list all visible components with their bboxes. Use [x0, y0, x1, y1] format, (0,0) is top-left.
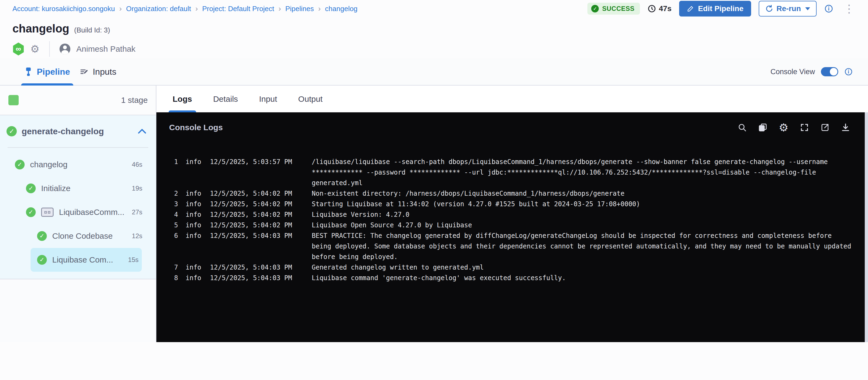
pipeline-icon: [24, 67, 32, 76]
log-message: Generated changelog written to generated…: [312, 262, 852, 273]
log-timestamp: 12/5/2025, 5:04:03 PM: [210, 231, 304, 262]
log-line-number: 6: [169, 231, 178, 262]
console-view-label: Console View: [770, 68, 815, 76]
ci-module-icon: ∞: [12, 42, 24, 56]
log-level: info: [186, 199, 203, 209]
search-icon[interactable]: [738, 123, 747, 132]
log-level: info: [186, 209, 203, 220]
main-tab-bar: Pipeline Inputs Console View: [0, 58, 868, 86]
more-options-kebab-icon[interactable]: ⋮: [841, 4, 857, 13]
stage-status-square: [8, 95, 19, 105]
stage-row-generate-changelog[interactable]: ✓ generate-changelog: [0, 115, 156, 147]
clock-icon: [648, 4, 656, 13]
stage-count-label: 1 stage: [121, 95, 148, 105]
tab-logs[interactable]: Logs: [168, 86, 196, 112]
console-header: Console Logs: [156, 112, 868, 143]
step-duration: 27s: [132, 208, 142, 216]
inputs-icon: [80, 67, 89, 76]
log-message: Starting Liquibase at 11:34:02 (version …: [312, 199, 852, 209]
log-message: BEST PRACTICE: The changelog generated b…: [312, 231, 852, 262]
fullscreen-icon[interactable]: [800, 123, 809, 132]
meta-row: ∞ ⚙ Animesh Pathak: [0, 35, 868, 56]
tab-details[interactable]: Details: [209, 86, 242, 112]
step-row-liquibase-command-group[interactable]: ✓ LiquibaseComm... 27s: [0, 200, 156, 224]
breadcrumb-pipeline-name[interactable]: changelog: [325, 5, 358, 13]
pencil-icon: [687, 5, 694, 12]
edit-pipeline-button[interactable]: Edit Pipeline: [679, 1, 751, 17]
execution-duration: 47s: [648, 4, 672, 13]
log-level: info: [186, 231, 203, 262]
scrollbar[interactable]: [865, 112, 868, 342]
console-view-info-icon[interactable]: [844, 67, 853, 76]
status-badge: ✓ SUCCESS: [587, 3, 640, 14]
step-label: LiquibaseComm...: [59, 208, 126, 217]
tab-output[interactable]: Output: [294, 86, 327, 112]
success-check-icon: ✓: [37, 231, 47, 241]
log-timestamp: 12/5/2025, 5:04:02 PM: [210, 209, 304, 220]
chevron-up-icon[interactable]: [138, 128, 146, 134]
success-check-icon: ✓: [6, 126, 17, 137]
log-message: Liquibase Version: 4.27.0: [312, 209, 852, 220]
refresh-icon: [765, 5, 773, 13]
log-timestamp: 12/5/2025, 5:03:57 PM: [210, 157, 304, 188]
log-timestamp: 12/5/2025, 5:04:03 PM: [210, 262, 304, 273]
open-in-new-icon[interactable]: [820, 123, 830, 132]
console: Console Logs: [156, 112, 868, 342]
top-bar: Account: kurosakiichigo.songoku › Organi…: [0, 0, 868, 17]
console-title: Console Logs: [169, 123, 738, 132]
log-message: Liquibase command 'generate-changelog' w…: [312, 273, 852, 283]
log-line-number: 7: [169, 262, 178, 273]
log-line: 3 info 12/5/2025, 5:04:02 PM Starting Li…: [169, 199, 852, 209]
log-line-number: 5: [169, 220, 178, 231]
console-view-toggle[interactable]: [821, 67, 838, 76]
step-duration: 19s: [132, 184, 142, 192]
duration-label: 47s: [659, 4, 672, 13]
step-duration: 46s: [132, 161, 142, 168]
stage-header: 1 stage: [0, 86, 156, 115]
log-timestamp: 12/5/2025, 5:04:02 PM: [210, 199, 304, 209]
breadcrumb-project[interactable]: Project: Default Project: [202, 5, 274, 13]
step-row-initialize[interactable]: ✓ Initialize 19s: [0, 176, 156, 200]
title-row: changelog (Build Id: 3): [0, 17, 868, 35]
divider: [49, 41, 50, 57]
breadcrumb-organization[interactable]: Organization: default: [126, 5, 191, 13]
tab-inputs[interactable]: Inputs: [75, 58, 121, 85]
log-line-number: 8: [169, 273, 178, 283]
chevron-right-icon: ›: [278, 5, 281, 12]
gear-icon[interactable]: ⚙: [30, 43, 39, 55]
log-line: 4 info 12/5/2025, 5:04:02 PM Liquibase V…: [169, 209, 852, 220]
log-message: Non-existent directory: /harness/dbops/L…: [312, 188, 852, 199]
rerun-button[interactable]: Re-run: [759, 1, 816, 17]
breadcrumb-account[interactable]: Account: kurosakiichigo.songoku: [12, 5, 115, 13]
step-row-clone-codebase[interactable]: ✓ Clone Codebase 12s: [0, 224, 156, 248]
step-duration: 12s: [132, 232, 142, 240]
step-list: ✓ changelog 46s ✓ Initialize 19s ✓ Liqui…: [0, 148, 156, 272]
step-label: changelog: [30, 160, 126, 169]
log-timestamp: 12/5/2025, 5:04:03 PM: [210, 273, 304, 283]
log-tab-bar: Logs Details Input Output: [156, 86, 868, 112]
rerun-label: Re-run: [777, 4, 801, 13]
log-timestamp: 12/5/2025, 5:04:02 PM: [210, 188, 304, 199]
step-duration: 15s: [128, 256, 138, 264]
download-icon[interactable]: [841, 123, 850, 132]
chevron-right-icon: ›: [318, 5, 321, 12]
step-row-liquibase-command-selected[interactable]: ✓ Liquibase Com... 15s: [31, 248, 142, 272]
log-line-number: 1: [169, 157, 178, 188]
info-icon[interactable]: [824, 4, 833, 13]
log-level: info: [186, 220, 203, 231]
log-line: 7 info 12/5/2025, 5:04:03 PM Generated c…: [169, 262, 852, 273]
log-timestamp: 12/5/2025, 5:04:02 PM: [210, 220, 304, 231]
log-line: 6 info 12/5/2025, 5:04:03 PM BEST PRACTI…: [169, 231, 852, 262]
sidebar-empty-area: [0, 279, 156, 342]
tab-input[interactable]: Input: [255, 86, 281, 112]
log-line: 8 info 12/5/2025, 5:04:03 PM Liquibase c…: [169, 273, 852, 283]
copy-icon[interactable]: [758, 123, 767, 132]
log-level: info: [186, 262, 203, 273]
step-row-changelog[interactable]: ✓ changelog 46s: [0, 153, 156, 176]
stage-tree: ✓ generate-changelog ✓ changelog 46s ✓: [0, 115, 156, 279]
author-name: Animesh Pathak: [76, 45, 135, 54]
tab-pipeline[interactable]: Pipeline: [20, 58, 75, 85]
log-settings-gear-icon[interactable]: ⚙: [779, 122, 788, 133]
breadcrumb-pipelines[interactable]: Pipelines: [285, 5, 314, 13]
console-view-control: Console View: [770, 67, 853, 76]
